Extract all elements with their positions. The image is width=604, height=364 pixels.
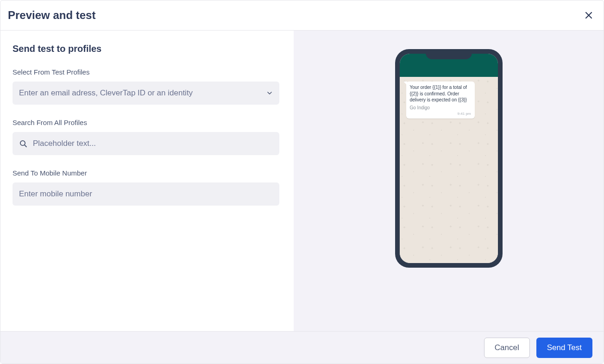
test-profiles-input[interactable] — [19, 82, 266, 105]
form-panel: Send test to profiles Select From Test P… — [0, 31, 294, 331]
preview-test-modal: Preview and test Send test to profiles S… — [0, 0, 604, 364]
modal-footer: Cancel Send Test — [0, 331, 604, 364]
search-profiles-wrap[interactable] — [13, 132, 279, 155]
message-text: Your order {{1}} for a total of {{2}} is… — [410, 84, 471, 103]
send-test-button[interactable]: Send Test — [536, 338, 592, 358]
test-profiles-label: Select From Test Profiles — [13, 68, 282, 76]
mobile-number-label: Send To Mobile Number — [13, 169, 282, 177]
message-time: 9:41 pm — [410, 112, 471, 117]
cancel-button[interactable]: Cancel — [484, 338, 530, 358]
mobile-number-input[interactable] — [19, 182, 273, 206]
modal-title: Preview and test — [8, 9, 95, 22]
message-bubble: Your order {{1}} for a total of {{2}} is… — [406, 82, 475, 119]
mobile-number-field: Send To Mobile Number — [13, 169, 282, 206]
chevron-down-icon — [266, 90, 273, 96]
test-profiles-select[interactable] — [13, 82, 279, 105]
phone-mockup: Your order {{1}} for a total of {{2}} is… — [395, 49, 503, 268]
whatsapp-body: Your order {{1}} for a total of {{2}} is… — [400, 77, 498, 263]
phone-notch — [426, 49, 472, 59]
mobile-number-wrap[interactable] — [13, 182, 279, 206]
phone-screen: Your order {{1}} for a total of {{2}} is… — [400, 54, 498, 263]
modal-body: Send test to profiles Select From Test P… — [0, 31, 604, 331]
preview-panel: Your order {{1}} for a total of {{2}} is… — [294, 31, 604, 331]
svg-line-3 — [25, 145, 26, 147]
search-profiles-input[interactable] — [33, 132, 273, 155]
close-icon — [585, 11, 593, 19]
search-icon — [19, 139, 27, 148]
section-title: Send test to profiles — [13, 44, 282, 54]
search-profiles-label: Search From All Profiles — [13, 119, 282, 126]
test-profiles-field: Select From Test Profiles — [13, 68, 282, 105]
message-link: Go Indigo — [410, 105, 471, 111]
modal-header: Preview and test — [0, 0, 604, 31]
close-button[interactable] — [583, 10, 594, 21]
search-profiles-field: Search From All Profiles — [13, 119, 282, 155]
